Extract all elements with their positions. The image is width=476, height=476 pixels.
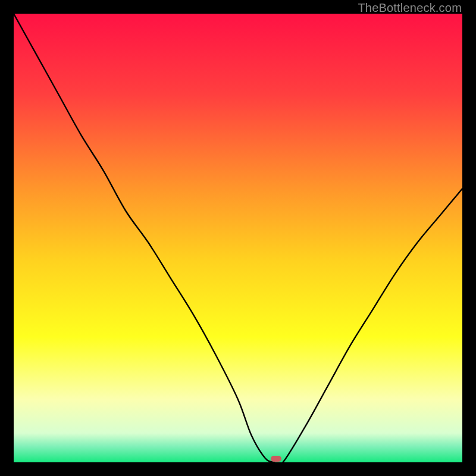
curve-layer — [14, 14, 462, 462]
optimal-marker — [271, 456, 281, 462]
plot-area — [14, 14, 462, 462]
chart-frame: TheBottleneck.com — [0, 0, 476, 476]
watermark-text: TheBottleneck.com — [358, 1, 462, 15]
bottleneck-curve — [14, 14, 462, 462]
